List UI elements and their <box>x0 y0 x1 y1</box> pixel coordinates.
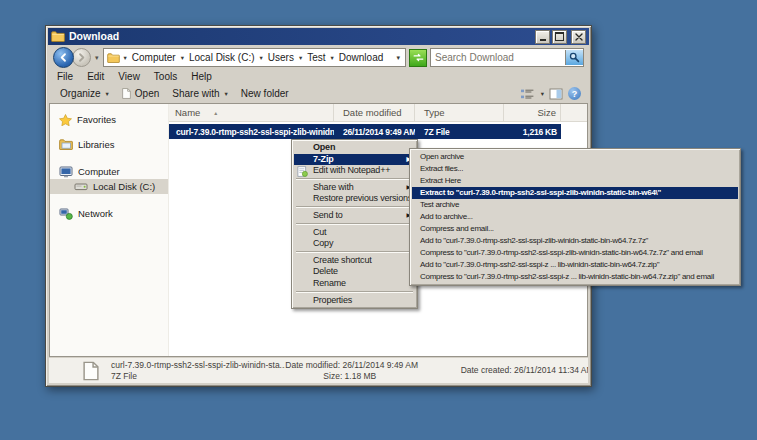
context-menu-item-create-shortcut[interactable]: Create shortcut <box>294 255 415 267</box>
search-box <box>430 48 584 67</box>
submenu-item-open-archive[interactable]: Open archive <box>412 151 738 163</box>
refresh-button[interactable] <box>409 49 427 67</box>
column-header-name[interactable]: Name ▴ <box>169 104 334 121</box>
context-menu-item-open[interactable]: Open <box>294 142 415 154</box>
share-with-button[interactable]: Share with ▾ <box>168 85 232 102</box>
details-dates-block: Date modified: 26/11/2014 9:49 AM Size: … <box>285 360 438 382</box>
views-dropdown-icon[interactable]: ▾ <box>541 90 544 98</box>
breadcrumb-test[interactable]: Test <box>306 52 326 63</box>
title-bar[interactable]: Download <box>48 28 589 45</box>
context-menu-item-copy[interactable]: Copy <box>294 238 415 250</box>
menu-view[interactable]: View <box>111 70 147 84</box>
menu-file[interactable]: File <box>50 70 80 84</box>
context-menu-item-7zip[interactable]: 7-Zip ▶ <box>294 154 415 166</box>
menu-help[interactable]: Help <box>184 70 219 84</box>
context-menu-item-rename[interactable]: Rename <box>294 278 415 290</box>
submenu-item-add-to-archive[interactable]: Add to archive... <box>412 211 738 223</box>
menu-tools[interactable]: Tools <box>147 70 184 84</box>
chevron-down-icon: ▾ <box>106 90 109 98</box>
navigation-pane: Favorites Libraries Computer Local Disk … <box>50 104 169 356</box>
menu-separator <box>296 206 413 208</box>
new-folder-button[interactable]: New folder <box>237 85 293 102</box>
column-header-date-modified[interactable]: Date modified <box>334 104 415 121</box>
context-menu-item-send-to[interactable]: Send to ▶ <box>294 210 415 222</box>
breadcrumb-local-disk[interactable]: Local Disk (C:) <box>188 52 256 63</box>
sidebar-item-local-disk-c[interactable]: Local Disk (C:) <box>50 179 168 194</box>
details-date-modified: Date modified: 26/11/2014 9:49 AM <box>285 360 438 371</box>
file-date-cell: 26/11/2014 9:49 AM <box>334 127 415 137</box>
details-file-name: curl-7.39.0-rtmp-ssh2-ssl-sspi-zlib-wini… <box>111 360 285 371</box>
maximize-icon <box>555 32 564 41</box>
forward-button[interactable] <box>72 48 91 67</box>
context-menu-item-delete[interactable]: Delete <box>294 266 415 278</box>
recent-pages-dropdown[interactable]: ▾ <box>94 54 100 62</box>
sidebar-item-network[interactable]: Network <box>50 206 168 221</box>
menu-item-label: Share with <box>313 182 354 192</box>
minimize-button[interactable] <box>535 30 550 44</box>
submenu-item-extract-to[interactable]: Extract to "curl-7.39.0-rtmp-ssh2-ssl-ss… <box>412 187 738 199</box>
back-button[interactable] <box>53 47 74 68</box>
views-icon[interactable] <box>520 88 535 100</box>
submenu-item-compress-to-7z-and-email[interactable]: Compress to "curl-7.39.0-rtmp-ssh2-ssl-s… <box>412 247 738 259</box>
context-menu-item-cut[interactable]: Cut <box>294 227 415 239</box>
libraries-icon <box>59 139 73 150</box>
search-input[interactable] <box>431 52 565 63</box>
menu-edit[interactable]: Edit <box>80 70 111 84</box>
details-name-block: curl-7.39.0-rtmp-ssh2-ssl-sspi-zlib-wini… <box>111 360 285 382</box>
details-pane: curl-7.39.0-rtmp-ssh2-ssl-sspi-zlib-wini… <box>49 358 588 383</box>
submenu-item-compress-to-zip-and-email[interactable]: Compress to "curl-7.39.0-rtmp-ssh2-ssl-s… <box>412 271 738 283</box>
sidebar-item-libraries[interactable]: Libraries <box>50 137 168 152</box>
help-icon[interactable]: ? <box>568 87 581 100</box>
organize-button[interactable]: Organize ▾ <box>56 85 113 102</box>
context-menu-item-edit-with-notepadpp[interactable]: Edit with Notepad++ <box>294 165 415 177</box>
file-row-selected[interactable]: curl-7.39.0-rtmp-ssh2-ssl-sspi-zlib-wini… <box>169 124 561 139</box>
breadcrumb-users[interactable]: Users <box>267 52 295 63</box>
column-header-type[interactable]: Type <box>415 104 504 121</box>
column-label: Date modified <box>343 107 402 118</box>
column-label: Type <box>424 107 445 118</box>
minimize-icon <box>540 34 546 41</box>
maximize-button[interactable] <box>552 30 567 44</box>
column-header-size[interactable]: Size <box>504 104 561 121</box>
breadcrumb-separator-icon[interactable]: ▾ <box>259 54 264 62</box>
sidebar-item-computer[interactable]: Computer <box>50 164 168 179</box>
breadcrumb-separator-icon[interactable]: ▾ <box>298 54 303 62</box>
context-menu: Open 7-Zip ▶ Edit with Notepad++ Share w… <box>291 139 418 309</box>
menu-item-label: 7-Zip <box>313 154 334 164</box>
submenu-item-add-to-7z[interactable]: Add to "curl-7.39.0-rtmp-ssh2-ssl-sspi-z… <box>412 235 738 247</box>
menu-item-label: Edit with Notepad++ <box>313 165 390 175</box>
network-icon <box>59 208 73 220</box>
file-type-cell: 7Z File <box>415 127 504 137</box>
submenu-item-test-archive[interactable]: Test archive <box>412 199 738 211</box>
breadcrumb-separator-icon[interactable]: ▾ <box>180 54 185 62</box>
submenu-item-extract-files[interactable]: Extract files... <box>412 163 738 175</box>
details-created-block: Date created: 26/11/2014 11:34 AM <box>439 365 588 376</box>
submenu-item-add-to-zip[interactable]: Add to "curl-7.39.0-rtmp-ssh2-ssl-sspi-z… <box>412 259 738 271</box>
breadcrumb-computer[interactable]: Computer <box>131 52 177 63</box>
context-menu-item-restore-previous-versions[interactable]: Restore previous versions <box>294 193 415 205</box>
breadcrumb-separator-icon[interactable]: ▾ <box>123 54 128 62</box>
breadcrumb-separator-icon[interactable]: ▾ <box>330 54 335 62</box>
7zip-submenu: Open archive Extract files... Extract He… <box>409 148 741 286</box>
close-button[interactable] <box>571 30 586 44</box>
context-menu-item-share-with[interactable]: Share with ▶ <box>294 182 415 194</box>
folder-icon <box>107 53 120 63</box>
computer-icon <box>59 166 73 178</box>
search-button[interactable] <box>565 50 583 65</box>
menu-separator <box>296 178 413 180</box>
address-dropdown-icon[interactable]: ▾ <box>394 54 402 62</box>
chevron-down-icon: ▾ <box>225 90 228 98</box>
submenu-item-extract-here[interactable]: Extract Here <box>412 175 738 187</box>
breadcrumb[interactable]: ▾ Computer ▾ Local Disk (C:) ▾ Users ▾ T… <box>103 48 406 67</box>
preview-pane-icon[interactable] <box>549 88 563 100</box>
open-button[interactable]: Open <box>118 85 163 102</box>
submenu-item-compress-and-email[interactable]: Compress and email... <box>412 223 738 235</box>
sidebar-item-favorites[interactable]: Favorites <box>50 112 168 127</box>
forward-arrow-icon <box>77 53 86 62</box>
drive-icon <box>74 181 88 192</box>
desktop: Download ▾ ▾ Computer ▾ Local Disk (C:) … <box>0 0 757 440</box>
context-menu-item-properties[interactable]: Properties <box>294 295 415 307</box>
breadcrumb-download[interactable]: Download <box>338 52 384 63</box>
sidebar-item-label: Libraries <box>78 139 114 150</box>
view-controls: ▾ ? <box>520 87 581 100</box>
